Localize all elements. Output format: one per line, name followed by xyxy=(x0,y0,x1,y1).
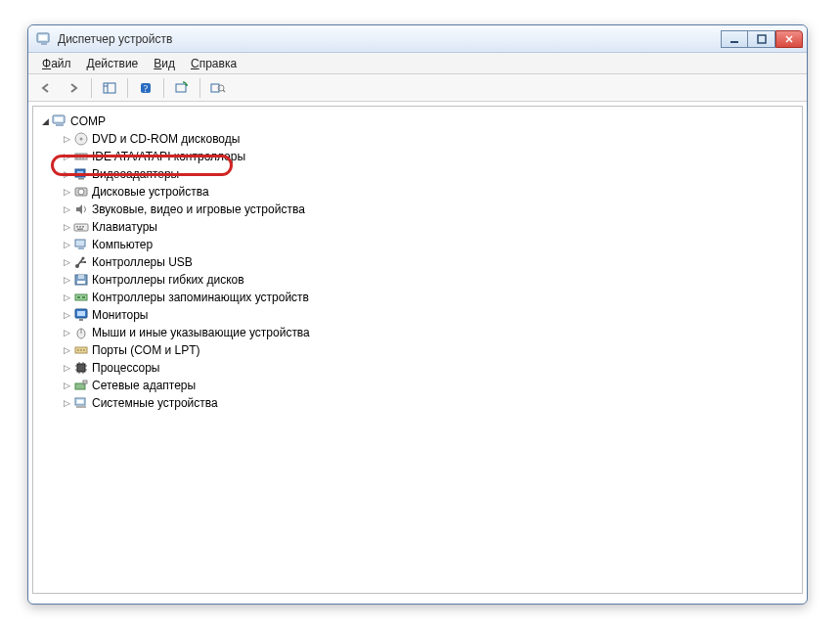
computer-icon xyxy=(51,113,68,129)
svg-rect-49 xyxy=(77,311,85,316)
expand-arrow-icon[interactable]: ◢ xyxy=(39,112,51,130)
expand-arrow-icon[interactable]: ▷ xyxy=(61,218,72,236)
tree-node[interactable]: ▷ Мониторы xyxy=(37,306,798,324)
expand-arrow-icon[interactable]: ▷ xyxy=(61,306,72,324)
tree-node[interactable]: ▷ Процессоры xyxy=(37,359,798,377)
help-button[interactable]: ? xyxy=(134,77,157,99)
menu-action[interactable]: Действие xyxy=(79,55,147,72)
maximize-button[interactable] xyxy=(748,30,775,48)
scan-hardware-button[interactable] xyxy=(170,77,194,99)
svg-rect-45 xyxy=(75,294,87,300)
disc-icon xyxy=(72,131,90,147)
close-button[interactable] xyxy=(775,30,803,48)
tree-node-label: DVD и CD-ROM дисководы xyxy=(90,130,240,148)
svg-point-29 xyxy=(78,189,84,195)
expand-arrow-icon[interactable]: ▷ xyxy=(61,165,72,183)
svg-rect-47 xyxy=(82,296,85,298)
tree-node[interactable]: ▷ Сетевые адаптеры xyxy=(37,377,798,394)
tree-node[interactable]: ▷ Контроллеры запоминающих устройств xyxy=(37,289,798,306)
svg-rect-18 xyxy=(56,124,64,126)
tree-root-node[interactable]: ◢ COMP xyxy=(37,112,798,130)
device-tree[interactable]: ◢ COMP ▷ DVD и CD-ROM дисководы ▷ IDE AT… xyxy=(32,106,803,594)
expand-arrow-icon[interactable]: ▷ xyxy=(61,271,72,289)
tree-node-label: Контроллеры USB xyxy=(90,253,193,271)
menu-view[interactable]: Вид xyxy=(146,55,183,72)
expand-arrow-icon[interactable]: ▷ xyxy=(61,377,72,394)
mouse-icon xyxy=(72,325,90,340)
tree-node[interactable]: ▷ Клавиатуры xyxy=(37,218,798,236)
titlebar[interactable]: Диспетчер устройств xyxy=(28,25,807,53)
expand-arrow-icon[interactable]: ▷ xyxy=(61,148,72,165)
expand-arrow-icon[interactable]: ▷ xyxy=(61,289,72,306)
svg-rect-32 xyxy=(79,226,81,228)
svg-rect-41 xyxy=(84,261,86,263)
tree-node-label: Звуковые, видео и игровые устройства xyxy=(90,201,305,218)
minimize-button[interactable] xyxy=(721,30,748,48)
tree-node[interactable]: ▷ IDE ATA/ATAPI контроллеры xyxy=(37,148,798,165)
monitor-icon xyxy=(72,307,90,323)
svg-text:?: ? xyxy=(144,83,149,94)
svg-rect-50 xyxy=(79,319,83,321)
expand-arrow-icon[interactable]: ▷ xyxy=(61,394,72,412)
expand-arrow-icon[interactable]: ▷ xyxy=(61,130,72,148)
svg-rect-67 xyxy=(83,381,87,383)
tree-node[interactable]: ▷ Дисковые устройства xyxy=(37,183,798,201)
properties-button[interactable] xyxy=(206,77,230,99)
svg-rect-36 xyxy=(78,247,84,249)
usb-icon xyxy=(72,254,90,270)
expand-arrow-icon[interactable]: ▷ xyxy=(61,359,72,377)
tree-node-label: Дисковые устройства xyxy=(90,183,209,201)
tree-node[interactable]: ▷ DVD и CD-ROM дисководы xyxy=(37,130,798,148)
tree-node[interactable]: ▷ Звуковые, видео и игровые устройства xyxy=(37,201,798,218)
expand-arrow-icon[interactable]: ▷ xyxy=(61,183,72,201)
toolbar-separator xyxy=(199,78,200,98)
back-button[interactable] xyxy=(34,77,58,99)
svg-rect-57 xyxy=(77,364,85,372)
sound-icon xyxy=(72,202,90,217)
window-title: Диспетчер устройств xyxy=(58,32,721,46)
svg-rect-43 xyxy=(78,275,84,279)
expand-arrow-icon[interactable]: ▷ xyxy=(61,201,72,218)
disk-drive-icon xyxy=(72,184,90,200)
display-adapter-icon xyxy=(72,166,90,182)
tree-node-label: IDE ATA/ATAPI контроллеры xyxy=(90,148,245,165)
menu-help[interactable]: Справка xyxy=(183,55,244,72)
expand-arrow-icon[interactable]: ▷ xyxy=(61,341,72,359)
tree-node[interactable]: ▷ Мыши и иные указывающие устройства xyxy=(37,324,798,341)
expand-arrow-icon[interactable]: ▷ xyxy=(61,236,72,253)
expand-arrow-icon[interactable]: ▷ xyxy=(61,253,72,271)
tree-node-label: Клавиатуры xyxy=(90,218,157,236)
forward-button[interactable] xyxy=(62,77,85,99)
svg-point-54 xyxy=(77,349,79,351)
svg-point-39 xyxy=(82,257,85,260)
tree-node-label: Системные устройства xyxy=(90,394,218,412)
tree-node[interactable]: ▷ Контроллеры USB xyxy=(37,253,798,271)
svg-rect-35 xyxy=(75,240,85,247)
expand-arrow-icon[interactable]: ▷ xyxy=(61,324,72,341)
system-icon xyxy=(72,395,90,411)
svg-rect-34 xyxy=(77,229,83,231)
network-icon xyxy=(72,378,90,393)
svg-rect-31 xyxy=(76,226,78,228)
tree-node[interactable]: ▷ Порты (COM и LPT) xyxy=(37,341,798,359)
tree-node[interactable]: ▷ Контроллеры гибких дисков xyxy=(37,271,798,289)
tree-node-label: COMP xyxy=(68,112,106,130)
tree-node[interactable]: ▷ Системные устройства xyxy=(37,394,798,412)
tree-node-label: Мыши и иные указывающие устройства xyxy=(90,324,310,341)
tree-node-label: Видеоадаптеры xyxy=(90,165,179,183)
svg-rect-71 xyxy=(76,406,86,408)
computer-small-icon xyxy=(72,237,90,252)
show-hide-tree-button[interactable] xyxy=(98,77,121,99)
toolbar-separator xyxy=(127,78,128,98)
tree-node-label: Процессоры xyxy=(90,359,160,377)
svg-point-20 xyxy=(80,138,83,141)
toolbar: ? xyxy=(28,74,807,102)
tree-node[interactable]: ▷ Компьютер xyxy=(37,236,798,253)
menu-file[interactable]: Файл xyxy=(34,55,79,72)
svg-rect-70 xyxy=(77,400,83,403)
toolbar-separator xyxy=(91,78,92,98)
svg-point-55 xyxy=(80,349,82,351)
menubar: Файл Действие Вид Справка xyxy=(28,53,807,74)
tree-node[interactable]: ▷ Видеоадаптеры xyxy=(37,165,798,183)
tree-node-label: Мониторы xyxy=(90,306,148,324)
